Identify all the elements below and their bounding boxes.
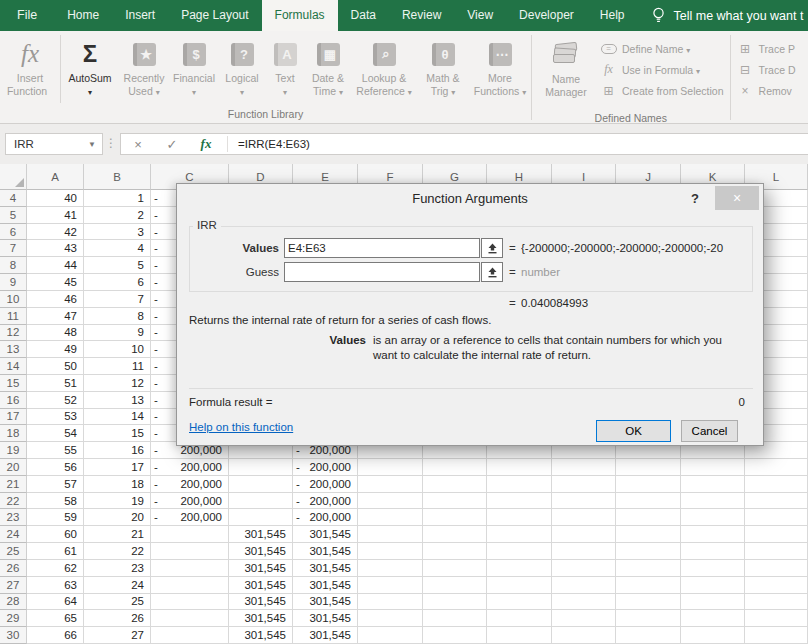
row-header-12[interactable]: 12 bbox=[0, 325, 27, 342]
more-functions-button[interactable]: ⋯MoreFunctions ▾ bbox=[469, 31, 531, 107]
cancel-button[interactable]: Cancel bbox=[681, 420, 738, 442]
cell[interactable] bbox=[616, 594, 681, 611]
cell[interactable]: 50 bbox=[27, 358, 84, 375]
cell[interactable] bbox=[151, 560, 229, 577]
cell[interactable] bbox=[745, 509, 808, 526]
cell[interactable] bbox=[616, 610, 681, 627]
cell[interactable] bbox=[423, 577, 487, 594]
financial-button[interactable]: $Financial▾ bbox=[169, 31, 219, 107]
guess-collapse-button[interactable] bbox=[481, 262, 503, 282]
cell[interactable] bbox=[681, 627, 745, 644]
cell[interactable]: -200,000 bbox=[293, 476, 358, 493]
name-box-dropdown-icon[interactable]: ▼ bbox=[88, 140, 102, 149]
cell[interactable]: 51 bbox=[27, 375, 84, 392]
cell[interactable]: 43 bbox=[27, 240, 84, 257]
cell[interactable] bbox=[358, 459, 423, 476]
tab-formulas[interactable]: Formulas bbox=[262, 0, 338, 31]
cell[interactable]: 301,545 bbox=[293, 627, 358, 644]
cell[interactable] bbox=[487, 459, 552, 476]
cell[interactable] bbox=[616, 459, 681, 476]
text-button[interactable]: AText▾ bbox=[265, 31, 305, 107]
cell[interactable]: -200,000 bbox=[293, 509, 358, 526]
cell[interactable]: -200,000 bbox=[151, 459, 229, 476]
cell[interactable]: 6 bbox=[84, 274, 151, 291]
cell[interactable] bbox=[681, 577, 745, 594]
help-on-function-link[interactable]: Help on this function bbox=[189, 421, 293, 433]
cell[interactable] bbox=[423, 594, 487, 611]
cell[interactable] bbox=[487, 526, 552, 543]
cell[interactable]: 7 bbox=[84, 291, 151, 308]
column-header-a[interactable]: A bbox=[27, 164, 84, 190]
cell[interactable]: 19 bbox=[84, 493, 151, 510]
enter-entry-icon[interactable]: ✓ bbox=[155, 137, 189, 152]
row-header-7[interactable]: 7 bbox=[0, 240, 27, 257]
cell[interactable] bbox=[681, 526, 745, 543]
row-header-19[interactable]: 19 bbox=[0, 442, 27, 459]
cell[interactable]: 20 bbox=[84, 509, 151, 526]
cell[interactable]: 55 bbox=[27, 442, 84, 459]
cell[interactable] bbox=[423, 610, 487, 627]
row-header-23[interactable]: 23 bbox=[0, 509, 27, 526]
cell[interactable]: 41 bbox=[27, 207, 84, 224]
cell[interactable] bbox=[745, 610, 808, 627]
cell[interactable] bbox=[229, 509, 293, 526]
row-header-16[interactable]: 16 bbox=[0, 392, 27, 409]
cell[interactable]: 8 bbox=[84, 308, 151, 325]
tab-home[interactable]: Home bbox=[54, 0, 112, 31]
cell[interactable] bbox=[151, 577, 229, 594]
select-all-corner[interactable] bbox=[0, 164, 27, 190]
cell[interactable]: 62 bbox=[27, 560, 84, 577]
tab-file[interactable]: File bbox=[0, 0, 54, 31]
cell[interactable] bbox=[745, 476, 808, 493]
dialog-close-icon[interactable]: × bbox=[715, 186, 759, 210]
cell[interactable] bbox=[487, 476, 552, 493]
cell[interactable] bbox=[423, 509, 487, 526]
cell[interactable]: 63 bbox=[27, 577, 84, 594]
cell[interactable]: 22 bbox=[84, 543, 151, 560]
values-input[interactable] bbox=[284, 238, 480, 258]
cell[interactable]: 3 bbox=[84, 224, 151, 241]
cell[interactable] bbox=[616, 543, 681, 560]
cell[interactable] bbox=[616, 526, 681, 543]
use-in-formula-button[interactable]: fxUse in Formula ▾ bbox=[600, 59, 724, 80]
cell[interactable]: -200,000 bbox=[151, 493, 229, 510]
cell[interactable]: 60 bbox=[27, 526, 84, 543]
row-header-8[interactable]: 8 bbox=[0, 257, 27, 274]
cell[interactable] bbox=[358, 594, 423, 611]
cell[interactable] bbox=[487, 509, 552, 526]
cell[interactable] bbox=[229, 459, 293, 476]
cell[interactable] bbox=[681, 509, 745, 526]
cell[interactable]: 66 bbox=[27, 627, 84, 644]
cell[interactable]: 56 bbox=[27, 459, 84, 476]
logical-button[interactable]: ?Logical▾ bbox=[219, 31, 265, 107]
cell[interactable] bbox=[358, 476, 423, 493]
cell[interactable]: 301,545 bbox=[293, 526, 358, 543]
cell[interactable]: 15 bbox=[84, 425, 151, 442]
cell[interactable]: 301,545 bbox=[293, 560, 358, 577]
cell[interactable] bbox=[681, 560, 745, 577]
tab-view[interactable]: View bbox=[454, 0, 506, 31]
cell[interactable] bbox=[487, 493, 552, 510]
row-header-29[interactable]: 29 bbox=[0, 610, 27, 627]
row-header-21[interactable]: 21 bbox=[0, 476, 27, 493]
cell[interactable]: 27 bbox=[84, 627, 151, 644]
cell[interactable]: 301,545 bbox=[229, 594, 293, 611]
row-header-30[interactable]: 30 bbox=[0, 627, 27, 644]
cell[interactable] bbox=[681, 459, 745, 476]
cell[interactable]: 10 bbox=[84, 341, 151, 358]
cell[interactable]: 301,545 bbox=[229, 610, 293, 627]
recently-used-button[interactable]: ★RecentlyUsed ▾ bbox=[119, 31, 169, 107]
cell[interactable]: 12 bbox=[84, 375, 151, 392]
cell[interactable]: 5 bbox=[84, 257, 151, 274]
cell[interactable] bbox=[745, 459, 808, 476]
values-collapse-button[interactable] bbox=[481, 238, 503, 258]
tab-page-layout[interactable]: Page Layout bbox=[168, 0, 261, 31]
cell[interactable] bbox=[745, 543, 808, 560]
cell[interactable] bbox=[616, 509, 681, 526]
cell[interactable] bbox=[487, 594, 552, 611]
cell[interactable] bbox=[552, 509, 616, 526]
cell[interactable] bbox=[358, 543, 423, 560]
cell[interactable] bbox=[487, 543, 552, 560]
row-header-14[interactable]: 14 bbox=[0, 358, 27, 375]
tell-me-box[interactable]: Tell me what you want t bbox=[652, 0, 804, 31]
